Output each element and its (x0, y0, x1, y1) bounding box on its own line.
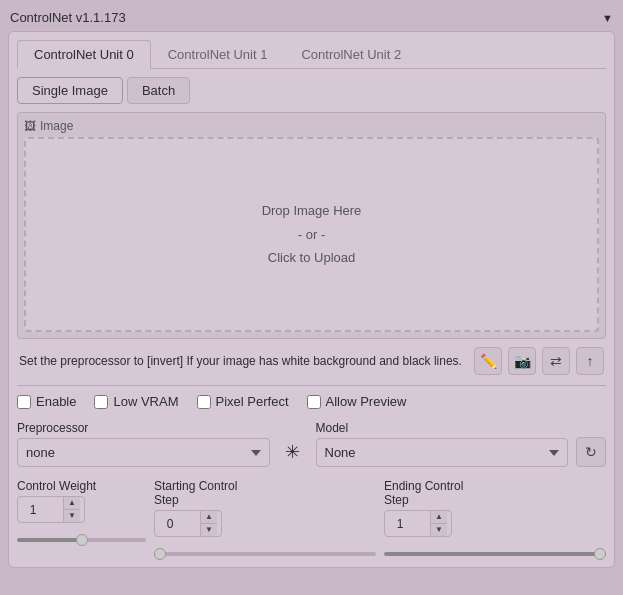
unit-tabs: ControlNet Unit 0 ControlNet Unit 1 Cont… (17, 40, 606, 69)
controls-row: Control Weight ▲ ▼ Starting ControlStep (17, 479, 606, 559)
low-vram-checkbox[interactable] (94, 395, 108, 409)
ending-step-slider-wrapper (384, 544, 606, 559)
image-small-icon: 🖼 (24, 119, 36, 133)
collapse-icon[interactable]: ▼ (602, 12, 613, 24)
control-weight-spinners: ▲ ▼ (63, 497, 80, 522)
starting-step-input[interactable] (155, 513, 200, 535)
tab-single-image[interactable]: Single Image (17, 77, 123, 104)
control-weight-label: Control Weight (17, 479, 146, 493)
ending-step-input-wrapper: ▲ ▼ (384, 510, 452, 537)
ending-step-group: Ending ControlStep ▲ ▼ (384, 479, 606, 559)
swap-icon[interactable]: ⇄ (542, 347, 570, 375)
control-weight-up[interactable]: ▲ (64, 497, 80, 510)
starting-step-down[interactable]: ▼ (201, 524, 217, 536)
allow-preview-label: Allow Preview (326, 394, 407, 409)
outer-container: ControlNet v1.1.173 ▼ ControlNet Unit 0 … (0, 0, 623, 576)
upload-icon[interactable]: ↑ (576, 347, 604, 375)
drop-area[interactable]: Drop Image Here - or - Click to Upload (24, 137, 599, 332)
divider (17, 385, 606, 386)
main-panel: ControlNet Unit 0 ControlNet Unit 1 Cont… (8, 31, 615, 568)
model-group: Model None (316, 421, 569, 467)
explode-icon[interactable]: ✳ (278, 437, 308, 467)
preprocessor-group: Preprocessor none canny depth hed mlsd n… (17, 421, 270, 467)
ending-step-input[interactable] (385, 513, 430, 535)
action-icons: ✏️ 📷 ⇄ ↑ (474, 347, 604, 375)
title-bar: ControlNet v1.1.173 ▼ (8, 6, 615, 31)
tab-controlnet-unit-0[interactable]: ControlNet Unit 0 (17, 40, 151, 69)
control-weight-down[interactable]: ▼ (64, 510, 80, 522)
control-weight-group: Control Weight ▲ ▼ (17, 479, 146, 545)
title-bar-title: ControlNet v1.1.173 (10, 10, 126, 25)
pixel-perfect-label: Pixel Perfect (216, 394, 289, 409)
starting-step-up[interactable]: ▲ (201, 511, 217, 524)
model-select[interactable]: None (316, 438, 569, 467)
model-label: Model (316, 421, 569, 435)
enable-checkbox[interactable] (17, 395, 31, 409)
control-weight-slider-wrapper (17, 530, 146, 545)
ending-step-up[interactable]: ▲ (431, 511, 447, 524)
ending-step-slider[interactable] (384, 552, 606, 556)
enable-label: Enable (36, 394, 76, 409)
image-label: Image (40, 119, 73, 133)
starting-step-label: Starting ControlStep (154, 479, 376, 507)
tab-controlnet-unit-2[interactable]: ControlNet Unit 2 (284, 40, 418, 68)
low-vram-label: Low VRAM (113, 394, 178, 409)
ending-step-down[interactable]: ▼ (431, 524, 447, 536)
drop-text-2: - or - (298, 223, 325, 246)
drop-text-1: Drop Image Here (262, 199, 362, 222)
pixel-perfect-checkbox[interactable] (197, 395, 211, 409)
control-weight-input[interactable] (18, 499, 63, 521)
pixel-perfect-checkbox-item[interactable]: Pixel Perfect (197, 394, 289, 409)
starting-step-spinners: ▲ ▼ (200, 511, 217, 536)
drop-text-3: Click to Upload (268, 246, 355, 269)
checkboxes-row: Enable Low VRAM Pixel Perfect Allow Prev… (17, 394, 606, 409)
control-weight-slider[interactable] (17, 538, 146, 542)
enable-checkbox-item[interactable]: Enable (17, 394, 76, 409)
starting-step-group: Starting ControlStep ▲ ▼ (154, 479, 376, 559)
starting-step-input-wrapper: ▲ ▼ (154, 510, 222, 537)
camera-icon[interactable]: 📷 (508, 347, 536, 375)
info-text: Set the preprocessor to [invert] If your… (19, 352, 464, 370)
starting-step-slider-wrapper (154, 544, 376, 559)
ending-step-spinners: ▲ ▼ (430, 511, 447, 536)
low-vram-checkbox-item[interactable]: Low VRAM (94, 394, 178, 409)
tab-batch[interactable]: Batch (127, 77, 190, 104)
mode-tabs: Single Image Batch (17, 77, 606, 104)
image-label-row: 🖼 Image (24, 119, 599, 133)
edit-icon[interactable]: ✏️ (474, 347, 502, 375)
tab-controlnet-unit-1[interactable]: ControlNet Unit 1 (151, 40, 285, 68)
info-row: Set the preprocessor to [invert] If your… (17, 347, 606, 375)
preprocessor-select[interactable]: none canny depth hed mlsd normal_map ope… (17, 438, 270, 467)
allow-preview-checkbox[interactable] (307, 395, 321, 409)
image-section: 🖼 Image Drop Image Here - or - Click to … (17, 112, 606, 339)
allow-preview-checkbox-item[interactable]: Allow Preview (307, 394, 407, 409)
refresh-icon[interactable]: ↻ (576, 437, 606, 467)
starting-step-slider[interactable] (154, 552, 376, 556)
preprocessor-label: Preprocessor (17, 421, 270, 435)
dropdown-row: Preprocessor none canny depth hed mlsd n… (17, 421, 606, 467)
control-weight-input-wrapper: ▲ ▼ (17, 496, 85, 523)
ending-step-label: Ending ControlStep (384, 479, 606, 507)
